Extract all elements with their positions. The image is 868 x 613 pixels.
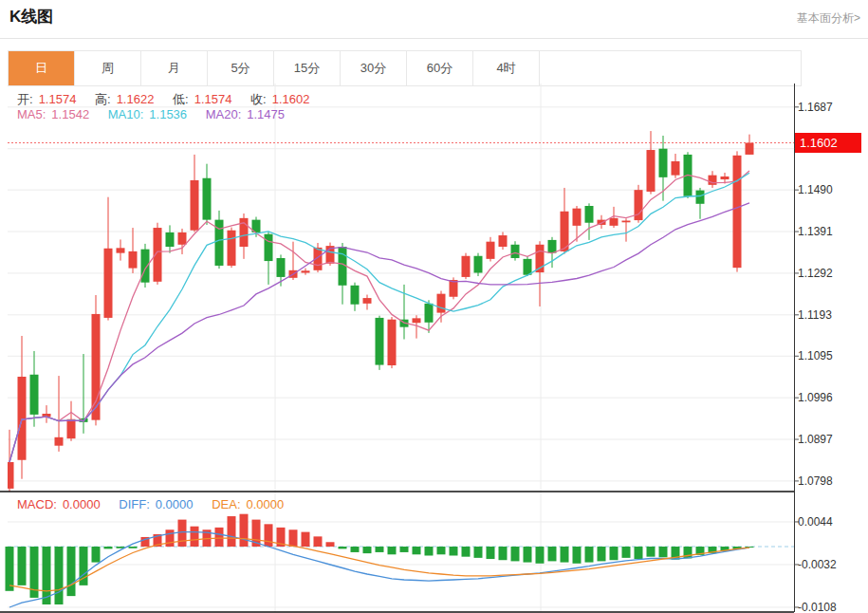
price-tick-label: 1.0996	[798, 391, 833, 404]
candle-body	[487, 242, 495, 259]
macd-hist-bar	[289, 529, 298, 547]
candle-body	[30, 375, 39, 415]
macd-hist-bar	[215, 528, 224, 547]
open-label: 开:	[17, 92, 33, 106]
macd-hist-bar	[622, 547, 631, 558]
macd-hist-bar	[425, 547, 434, 555]
macd-tick-label: 0.0044	[798, 515, 833, 529]
candle-body	[462, 256, 471, 277]
candle-body	[18, 377, 27, 460]
macd-hist-bar	[265, 524, 273, 547]
price-tick-label: 1.1687	[798, 101, 833, 114]
candle-body	[228, 231, 236, 266]
macd-hist-bar	[474, 547, 483, 558]
candle-body	[166, 232, 175, 247]
candle-body	[302, 270, 310, 272]
macd-hist-bar	[388, 547, 397, 554]
price-tick-label: 1.1095	[798, 349, 833, 362]
candle-body	[733, 156, 742, 268]
macd-hist-bar	[536, 547, 545, 564]
candle-body	[622, 221, 631, 223]
macd-hist-bar	[129, 547, 138, 548]
high-value: 1.1622	[117, 92, 155, 106]
macd-hist-bar	[450, 547, 458, 555]
candle-body	[277, 258, 286, 277]
ma20-value: 1.1475	[247, 107, 285, 121]
diff-line	[9, 532, 749, 607]
macd-hist-bar	[178, 520, 187, 547]
macd-hist-bar	[462, 547, 471, 557]
ma10-value: 1.1536	[149, 107, 187, 121]
price-tick-label: 1.0798	[798, 474, 833, 488]
open-value: 1.1574	[39, 92, 77, 106]
current-price-value: 1.1602	[800, 136, 838, 150]
macd-hist-bar	[228, 516, 236, 547]
candle-body	[573, 209, 582, 226]
macd-hist-bar	[240, 514, 249, 547]
price-tick-label: 1.1292	[798, 267, 833, 280]
macd-hist-bar	[18, 547, 27, 585]
ma20-label: MA20:	[206, 107, 242, 121]
macd-hist-bar	[166, 529, 175, 547]
macd-value: 0.0000	[63, 497, 101, 511]
price-tick-label: 1.1391	[798, 225, 833, 238]
candle-body	[203, 178, 212, 220]
candle-body	[376, 318, 384, 365]
macd-hist-bar	[326, 542, 335, 547]
macd-hist-bar	[104, 547, 113, 548]
candle-body	[499, 235, 508, 247]
candle-body	[363, 298, 372, 304]
candle-body	[413, 318, 421, 323]
diff-label: DIFF:	[119, 497, 150, 511]
candle-body	[511, 245, 520, 258]
price-tick-label: 1.1490	[798, 183, 833, 196]
candle-body	[524, 259, 532, 275]
candle-body	[117, 248, 125, 252]
macd-hist-bar	[400, 547, 409, 552]
macd-hist-bar	[302, 532, 310, 547]
candle-body	[548, 240, 557, 253]
dea-value: 0.0000	[247, 497, 285, 511]
candle-body	[388, 320, 397, 365]
price-tick-label: 1.1193	[798, 308, 832, 322]
ma-legend: MA5:1.1542 MA10:1.1536 MA20:1.1475	[17, 107, 300, 121]
macd-hist-bar	[598, 547, 606, 561]
macd-hist-bar	[561, 547, 569, 563]
macd-label: MACD:	[17, 497, 57, 511]
candle-body	[474, 256, 483, 273]
candle-body	[191, 180, 199, 231]
price-tick-label: 1.0897	[798, 433, 833, 446]
macd-hist-bar	[487, 547, 495, 559]
candle-body	[647, 150, 656, 192]
kline-widget: K线图 基本面分析> 日周月5分15分30分60分4时 开:1.1574 高:1…	[0, 0, 868, 613]
low-value: 1.1574	[194, 92, 232, 106]
macd-hist-bar	[55, 547, 64, 604]
candle-body	[425, 304, 434, 323]
candle-body	[437, 294, 446, 313]
macd-hist-bar	[67, 547, 76, 596]
current-price-tag: 1.1602	[795, 133, 861, 153]
macd-hist-bar	[659, 547, 668, 557]
candle-body	[659, 149, 668, 177]
candle-body	[696, 191, 705, 204]
candle-body	[67, 419, 76, 438]
dea-label: DEA:	[212, 497, 240, 511]
candle-body	[178, 232, 187, 245]
macd-tick-label: -0.0032	[798, 558, 837, 571]
macd-hist-bar	[339, 547, 347, 548]
candle-body	[746, 143, 754, 155]
macd-tick-label: -0.0108	[798, 601, 837, 613]
macd-hist-bar	[635, 547, 643, 559]
high-label: 高:	[95, 92, 111, 106]
macd-hist-bar	[363, 547, 372, 553]
ma5-label: MA5:	[17, 107, 46, 121]
macd-hist-bar	[351, 547, 360, 552]
macd-hist-bar	[437, 547, 446, 554]
low-label: 低:	[173, 92, 189, 106]
macd-hist-bar	[573, 547, 582, 564]
candle-body	[610, 218, 619, 226]
ma10-label: MA10:	[108, 107, 144, 121]
candle-body	[672, 161, 680, 176]
macd-legend: MACD:0.0000 DIFF:0.0000 DEA:0.0000	[17, 497, 299, 511]
macd-hist-bar	[548, 547, 557, 561]
